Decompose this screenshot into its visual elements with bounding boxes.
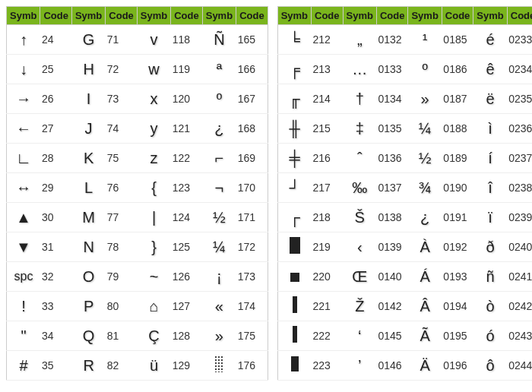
symbol-cell — [277, 262, 311, 292]
symbol-cell: é — [473, 25, 507, 55]
col-header-code: Code — [40, 7, 72, 25]
table-row: 223’0146Ä0196ô0244 — [277, 351, 532, 381]
code-cell: 214 — [312, 84, 344, 114]
code-cell: 77 — [106, 203, 138, 232]
code-cell: 32 — [40, 262, 72, 292]
symbol-cell: † — [343, 84, 376, 114]
code-cell: 223 — [312, 351, 344, 381]
table-row: ▲30M77|124½171 — [7, 203, 268, 232]
symbol-table-right: SymbCodeSymbCodeSymbCodeSymbCode ╘212„01… — [277, 6, 532, 381]
symbol-cell: " — [7, 321, 40, 351]
symbol-cell: Q — [71, 321, 105, 351]
code-cell: 215 — [312, 114, 344, 144]
code-cell: 28 — [40, 144, 72, 173]
col-header-symb: Symb — [343, 7, 376, 25]
code-cell: 75 — [106, 144, 138, 173]
table-row: ┘217‰0137¾0190î0238 — [277, 173, 532, 203]
code-cell: 35 — [40, 351, 72, 381]
symbol-cell: ¬ — [202, 173, 236, 203]
code-cell: 0193 — [442, 262, 473, 292]
table-row: ╓214†0134»0187ë0235 — [277, 84, 532, 114]
table-row: !33P80⌂127«174 — [7, 292, 268, 321]
symbol-cell: v — [137, 25, 170, 55]
table-row: →26I73x120º167 — [7, 84, 268, 114]
symbol-cell: ½ — [408, 144, 442, 173]
col-header-symb: Symb — [137, 7, 170, 25]
symbol-cell: ╪ — [277, 144, 311, 173]
symbol-cell: I — [71, 84, 105, 114]
symbol-table-left: SymbCodeSymbCodeSymbCodeSymbCode ↑24G71v… — [6, 6, 268, 381]
code-cell: 30 — [40, 203, 72, 232]
code-cell: 120 — [171, 84, 203, 114]
symbol-cell: spc — [7, 262, 40, 292]
code-cell: 126 — [171, 262, 203, 292]
table-row: 219‹0139À0192ð0240 — [277, 232, 532, 262]
symbol-cell: Œ — [343, 262, 376, 292]
code-cell: 0239 — [507, 203, 532, 232]
symbol-cell: M — [71, 203, 105, 232]
symbol-cell: x — [137, 84, 170, 114]
code-cell: 0192 — [442, 232, 473, 262]
symbol-cell: ê — [473, 55, 507, 84]
code-cell: 0188 — [442, 114, 473, 144]
code-cell: 0233 — [507, 25, 532, 55]
code-cell: 0194 — [442, 292, 473, 321]
glyph-icon — [290, 237, 300, 254]
symbol-cell: P — [71, 292, 105, 321]
code-cell: 24 — [40, 25, 72, 55]
code-cell: 220 — [312, 262, 344, 292]
symbol-cell: ┌ — [277, 203, 311, 232]
symbol-cell: º — [202, 84, 236, 114]
symbol-cell: K — [71, 144, 105, 173]
tables-wrap: SymbCodeSymbCodeSymbCodeSymbCode ↑24G71v… — [6, 6, 526, 381]
symbol-cell: ⌂ — [137, 292, 170, 321]
code-cell: 0237 — [507, 144, 532, 173]
symbol-cell: ª — [202, 55, 236, 84]
symbol-cell: J — [71, 114, 105, 144]
code-cell: 76 — [106, 173, 138, 203]
symbol-cell: » — [202, 321, 236, 351]
symbol-cell: Ç — [137, 321, 170, 351]
symbol-cell: ò — [473, 292, 507, 321]
code-cell: 168 — [236, 114, 268, 144]
table-row: ∟28K75z122⌐169 — [7, 144, 268, 173]
code-cell: 0133 — [376, 55, 408, 84]
symbol-cell: Ä — [408, 351, 442, 381]
code-cell: 127 — [171, 292, 203, 321]
symbol-cell: ▼ — [7, 232, 40, 262]
table-row: ╘212„0132¹0185é0233 — [277, 25, 532, 55]
symbol-cell: } — [137, 232, 170, 262]
symbol-cell — [202, 351, 236, 381]
symbol-cell — [277, 232, 311, 262]
code-cell: 29 — [40, 173, 72, 203]
symbol-cell: ¼ — [202, 232, 236, 262]
symbol-cell: … — [343, 55, 376, 84]
symbol-cell: À — [408, 232, 442, 262]
symbol-cell: G — [71, 25, 105, 55]
code-cell: 79 — [106, 262, 138, 292]
symbol-cell: L — [71, 173, 105, 203]
symbol-cell: ë — [473, 84, 507, 114]
table-row: ←27J74y121¿168 — [7, 114, 268, 144]
code-cell: 0196 — [442, 351, 473, 381]
symbol-cell: Á — [408, 262, 442, 292]
symbol-cell: ¼ — [408, 114, 442, 144]
col-header-code: Code — [312, 7, 344, 25]
code-cell: 125 — [171, 232, 203, 262]
symbol-cell: | — [137, 203, 170, 232]
symbol-cell: R — [71, 351, 105, 381]
code-cell: 81 — [106, 321, 138, 351]
glyph-icon — [214, 356, 223, 372]
symbol-cell: » — [408, 84, 442, 114]
symbol-cell: H — [71, 55, 105, 84]
code-cell: 171 — [236, 203, 268, 232]
code-cell: 72 — [106, 55, 138, 84]
code-cell: 73 — [106, 84, 138, 114]
symbol-cell: « — [202, 292, 236, 321]
code-cell: 27 — [40, 114, 72, 144]
symbol-cell — [277, 321, 311, 351]
symbol-cell: ⌐ — [202, 144, 236, 173]
symbol-cell: Ñ — [202, 25, 236, 55]
code-cell: 129 — [171, 351, 203, 381]
col-header-symb: Symb — [202, 7, 236, 25]
